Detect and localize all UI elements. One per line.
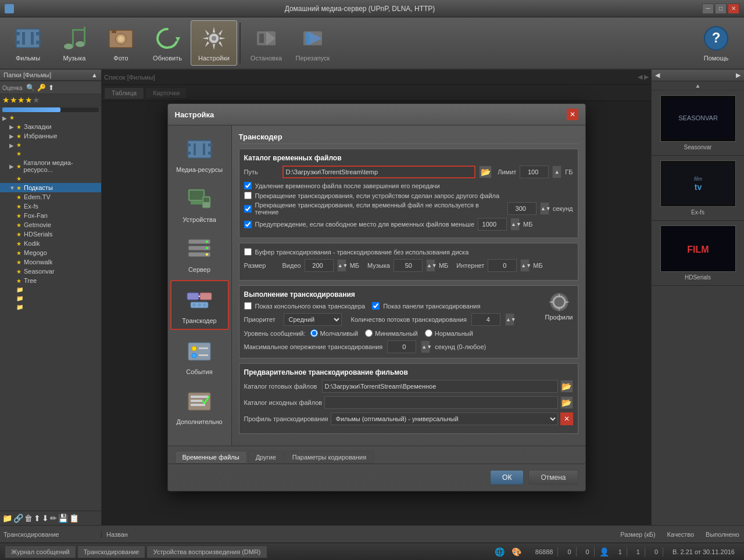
- threads-spinner[interactable]: [471, 313, 500, 326]
- action-icon-2[interactable]: 🔗: [13, 514, 23, 523]
- action-icon-6[interactable]: ✏: [50, 514, 57, 523]
- threads-spinner-btn[interactable]: ▲▼: [505, 313, 514, 326]
- maximize-button[interactable]: □: [715, 3, 727, 14]
- tree-item1[interactable]: 📁: [0, 285, 101, 294]
- limit-spinner[interactable]: [520, 166, 549, 178]
- video-spinner-btn[interactable]: ▲▼: [337, 259, 346, 272]
- sidebar-transcoder[interactable]: Транскодер: [170, 280, 229, 330]
- silent-radio[interactable]: [310, 329, 318, 337]
- scroll-up[interactable]: ▲: [652, 81, 744, 91]
- tree-hdserials[interactable]: ★ HDSerials: [0, 229, 101, 239]
- source-input[interactable]: [324, 396, 557, 409]
- action-icon-5[interactable]: ⬇: [42, 514, 49, 523]
- tree-root[interactable]: ▶ ★: [0, 113, 101, 122]
- footer-tab-other[interactable]: Другие: [248, 451, 284, 464]
- stop-toolbar-btn[interactable]: Остановка: [243, 20, 289, 66]
- action-icon-4[interactable]: ⬆: [34, 514, 41, 523]
- max-ahead-spinner[interactable]: [387, 340, 416, 353]
- action-icon-8[interactable]: 📋: [69, 514, 79, 523]
- status-tab-transcoding[interactable]: Транскодирование: [77, 545, 146, 558]
- thumb-seasonvar[interactable]: SEASONVAR Seasonvar: [652, 91, 744, 156]
- action-icon-1[interactable]: 📁: [2, 514, 12, 523]
- console-cb-label[interactable]: Показ консольного окна транскодера: [244, 302, 366, 310]
- footer-tab-coding[interactable]: Параметры кодирования: [285, 451, 374, 464]
- sidebar-events[interactable]: События: [170, 332, 229, 380]
- cb4-spinner-up[interactable]: ▲▼: [510, 218, 520, 231]
- normal-radio[interactable]: [425, 329, 432, 337]
- tree-bookmarks[interactable]: ▶ ★ Закладки: [0, 122, 101, 131]
- sidebar-server[interactable]: Сервер: [170, 230, 229, 278]
- tree-kodik[interactable]: ★ Kodik: [0, 239, 101, 248]
- restart-toolbar-btn[interactable]: Перезапуск: [289, 20, 336, 66]
- settings-toolbar-btn[interactable]: Настройки: [191, 20, 237, 66]
- cb4-checkbox[interactable]: [244, 221, 252, 228]
- source-browse-btn[interactable]: 📂: [560, 396, 573, 409]
- status-tab-dmr[interactable]: Устройства воспроизведения (DMR): [146, 545, 267, 558]
- close-button[interactable]: ✕: [728, 3, 739, 14]
- tree-media2[interactable]: ★: [0, 149, 101, 158]
- minimal-radio[interactable]: [365, 329, 373, 337]
- action-icon-3[interactable]: 🗑: [24, 514, 33, 523]
- normal-radio-label[interactable]: Нормальный: [425, 329, 473, 337]
- music-toolbar-btn[interactable]: Музыка: [51, 20, 98, 66]
- console-checkbox[interactable]: [244, 302, 252, 310]
- buffer-cb-label[interactable]: Буфер транскодирования - транскодировани…: [244, 248, 573, 256]
- tree-moonwalk[interactable]: ★ Moonwalk: [0, 257, 101, 267]
- help-toolbar-btn[interactable]: ? Помощь: [693, 20, 739, 66]
- panel-cb-label[interactable]: Показ панели транскодирования: [372, 302, 480, 310]
- action-icon-7[interactable]: 💾: [58, 514, 68, 523]
- music-spinner-btn[interactable]: ▲▼: [426, 259, 435, 272]
- tree-foxfan[interactable]: ★ Fox-Fan: [0, 211, 101, 220]
- buffer-checkbox[interactable]: [244, 248, 252, 256]
- thumb-hdserials[interactable]: FILM HDSerials: [652, 221, 744, 286]
- tree-exfs[interactable]: ★ Ex-fs: [0, 202, 101, 211]
- video-spinner[interactable]: [305, 259, 334, 272]
- ok-button[interactable]: ОК: [490, 470, 524, 485]
- cb3-spinner-up[interactable]: ▲▼: [540, 202, 549, 215]
- tree-seasonvar[interactable]: ★ Seasonvar: [0, 267, 101, 276]
- limit-spinner-up[interactable]: ▲: [552, 166, 561, 178]
- max-ahead-spinner-btn[interactable]: ▲▼: [421, 340, 430, 353]
- ready-browse-btn[interactable]: 📂: [560, 380, 573, 393]
- tree-podcasts[interactable]: ▼ ★ Подкасты: [0, 183, 101, 192]
- tree-catalogs[interactable]: ▶ ★ Каталоги медиа-ресурсо...: [0, 158, 101, 174]
- tree-favorites[interactable]: ▶ ★ Избранные: [0, 131, 101, 141]
- footer-tab-temp[interactable]: Временные файлы: [175, 451, 247, 464]
- tree-area[interactable]: Оценка 🔍 🔑 ⬆ ★ ★ ★ ★ ★ ▶ ★ ▶: [0, 81, 101, 511]
- tree-media1[interactable]: ▶ ★: [0, 141, 101, 149]
- sidebar-devices[interactable]: Устройства: [170, 180, 229, 228]
- cb3-spinner[interactable]: [507, 202, 536, 215]
- priority-select[interactable]: Средний Низкий Высокий: [284, 313, 342, 326]
- music-spinner[interactable]: [394, 259, 423, 272]
- sidebar-extra[interactable]: Дополнительно: [170, 382, 229, 430]
- tree-edemtv[interactable]: ★ Edem.TV: [0, 192, 101, 202]
- cb3-checkbox[interactable]: [244, 205, 252, 213]
- profile-delete-btn[interactable]: ✕: [560, 412, 573, 425]
- modal-close-button[interactable]: ✕: [567, 109, 578, 120]
- photo-toolbar-btn[interactable]: Фото: [98, 20, 144, 66]
- cancel-button[interactable]: Отмена: [528, 470, 578, 485]
- internet-spinner[interactable]: [488, 259, 517, 272]
- path-input[interactable]: [282, 166, 476, 178]
- tree-item2[interactable]: 📁: [0, 294, 101, 303]
- path-browse-button[interactable]: 📂: [479, 166, 492, 178]
- tree-sep[interactable]: ★: [0, 174, 101, 183]
- tree-getmovie[interactable]: ★ Getmovie: [0, 220, 101, 229]
- ready-input[interactable]: [322, 380, 558, 393]
- status-tab-log[interactable]: Журнал сообщений: [5, 545, 76, 558]
- cb4-spinner[interactable]: [478, 218, 507, 231]
- silent-radio-label[interactable]: Молчаливый: [310, 329, 359, 337]
- profiles-btn[interactable]: Профили: [545, 290, 573, 321]
- cb2-label[interactable]: Прекращение транскодирования, если устро…: [244, 192, 573, 199]
- minimize-button[interactable]: ─: [702, 3, 714, 14]
- cb3-label[interactable]: Прекращение транскодирования, если време…: [244, 202, 504, 216]
- minimal-radio-label[interactable]: Минимальный: [365, 329, 417, 337]
- panel-checkbox[interactable]: [372, 302, 380, 310]
- internet-spinner-btn[interactable]: ▲▼: [520, 259, 530, 272]
- tree-megogo[interactable]: ★ Megogo: [0, 248, 101, 257]
- cb1-checkbox[interactable]: [244, 182, 252, 189]
- tree-item3[interactable]: 📁: [0, 303, 101, 311]
- refresh-toolbar-btn[interactable]: Обновить: [144, 20, 191, 66]
- cb2-checkbox[interactable]: [244, 192, 252, 199]
- thumb-filmtv[interactable]: filmtv Ex-fs: [652, 156, 744, 221]
